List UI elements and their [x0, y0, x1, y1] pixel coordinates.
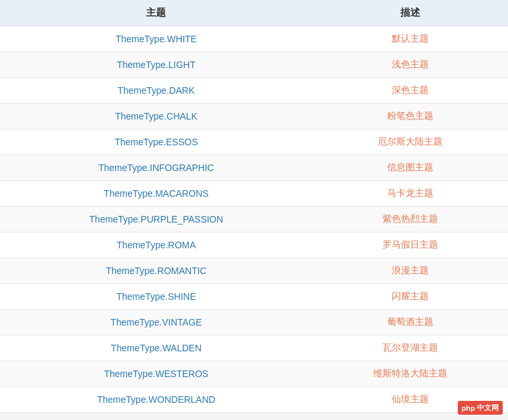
table-row: ThemeType.WHITE默认主题	[0, 26, 508, 52]
desc-cell: 闪耀主题	[312, 284, 508, 310]
theme-cell: ThemeType.WALDEN	[0, 335, 312, 361]
theme-cell: ThemeType.SHINE	[0, 284, 312, 310]
table-row: ThemeType.INFOGRAPHIC信息图主题	[0, 155, 508, 181]
php-badge: php 中文网	[458, 401, 503, 415]
desc-cell: 粉笔色主题	[312, 104, 508, 129]
desc-cell: 葡萄酒主题	[312, 310, 508, 335]
desc-cell: 维斯特洛大陆主题	[312, 361, 508, 387]
theme-cell: ThemeType.VINTAGE	[0, 310, 312, 335]
desc-cell: 罗马假日主题	[312, 232, 508, 258]
theme-cell: ThemeType.MACARONS	[0, 181, 312, 207]
table-header-row: 主题 描述	[0, 0, 508, 26]
desc-cell: 瓦尔登湖主题	[312, 335, 508, 361]
table-row: ThemeType.MACARONS马卡龙主题	[0, 181, 508, 207]
theme-table: 主题 描述 ThemeType.WHITE默认主题ThemeType.LIGHT…	[0, 0, 508, 413]
theme-cell: ThemeType.CHALK	[0, 104, 312, 129]
desc-cell: 深色主题	[312, 78, 508, 104]
php-label: php	[462, 404, 475, 412]
php-sublabel: 中文网	[477, 403, 499, 413]
desc-cell: 马卡龙主题	[312, 181, 508, 207]
table-row: ThemeType.WONDERLAND仙境主题	[0, 387, 508, 413]
table-row: ThemeType.ESSOS厄尔斯大陆主题	[0, 129, 508, 155]
desc-cell: 浪漫主题	[312, 258, 508, 284]
table-row: ThemeType.VINTAGE葡萄酒主题	[0, 310, 508, 335]
theme-cell: ThemeType.DARK	[0, 78, 312, 104]
theme-cell: ThemeType.ESSOS	[0, 129, 312, 155]
desc-cell: 信息图主题	[312, 155, 508, 181]
table-row: ThemeType.WESTEROS维斯特洛大陆主题	[0, 361, 508, 387]
table-container: 主题 描述 ThemeType.WHITE默认主题ThemeType.LIGHT…	[0, 0, 508, 413]
desc-cell: 浅色主题	[312, 52, 508, 78]
theme-cell: ThemeType.WHITE	[0, 26, 312, 52]
table-row: ThemeType.DARK深色主题	[0, 78, 508, 104]
theme-cell: ThemeType.ROMA	[0, 232, 312, 258]
theme-cell: ThemeType.INFOGRAPHIC	[0, 155, 312, 181]
desc-cell: 默认主题	[312, 26, 508, 52]
theme-cell: ThemeType.PURPLE_PASSION	[0, 207, 312, 232]
theme-cell: ThemeType.WONDERLAND	[0, 387, 312, 413]
desc-cell: 厄尔斯大陆主题	[312, 129, 508, 155]
theme-cell: ThemeType.LIGHT	[0, 52, 312, 78]
table-row: ThemeType.LIGHT浅色主题	[0, 52, 508, 78]
col-theme-header: 主题	[0, 0, 312, 26]
table-row: ThemeType.CHALK粉笔色主题	[0, 104, 508, 129]
theme-cell: ThemeType.WESTEROS	[0, 361, 312, 387]
desc-cell: 紫色热烈主题	[312, 207, 508, 232]
table-row: ThemeType.WALDEN瓦尔登湖主题	[0, 335, 508, 361]
table-row: ThemeType.ROMA罗马假日主题	[0, 232, 508, 258]
col-desc-header: 描述	[312, 0, 508, 26]
theme-cell: ThemeType.ROMANTIC	[0, 258, 312, 284]
table-row: ThemeType.SHINE闪耀主题	[0, 284, 508, 310]
table-row: ThemeType.ROMANTIC浪漫主题	[0, 258, 508, 284]
table-row: ThemeType.PURPLE_PASSION紫色热烈主题	[0, 207, 508, 232]
